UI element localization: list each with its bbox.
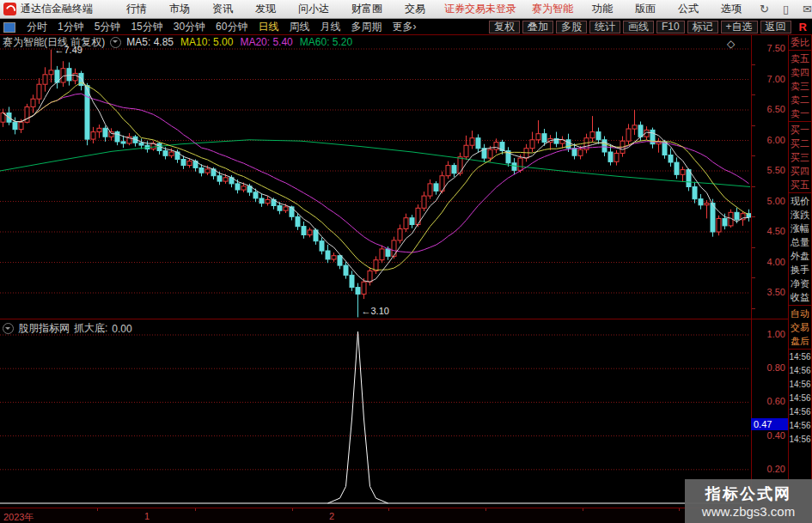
toolbar-button-画线[interactable]: 画线 (623, 21, 654, 33)
sidebar-row-换手: 换手 (789, 263, 811, 277)
sidebar-separator (789, 305, 811, 306)
time-axis-tick (97, 508, 98, 511)
period-tab-月线[interactable]: 月线 (314, 20, 345, 34)
menu-item-行情[interactable]: 行情 (115, 2, 158, 16)
sidebar-row-自动[interactable]: 自动 (789, 307, 811, 320)
toolbar-button-统计[interactable]: 统计 (589, 21, 620, 33)
toolbar-button-F10[interactable]: F10 (656, 21, 685, 33)
more-periods-button[interactable]: 更多› (387, 20, 421, 34)
period-tab-周线[interactable]: 周线 (284, 20, 314, 34)
app-title: 通达信金融终端 (21, 2, 93, 16)
menu-item-财富圈[interactable]: 财富圈 (340, 2, 394, 16)
price-axis-label: 4.50 (751, 226, 785, 236)
price-axis-label: 3.50 (751, 287, 785, 297)
low-marker-label: ←3.10 (362, 306, 389, 316)
right-sidebar: 委比卖五卖四卖三卖二卖一买一买二买三买四买五现价涨跌涨幅总量外盘换手净资收益自动… (788, 35, 812, 523)
indicator-chart (0, 319, 751, 508)
sidebar-row-涨幅: 涨幅 (789, 222, 811, 235)
r-badge[interactable]: R (799, 21, 807, 33)
ma-lines (0, 75, 750, 282)
time-axis: 2023年 12 (0, 508, 789, 523)
price-axis-tick (752, 125, 755, 126)
sidebar-row-盘后[interactable]: 盘后 (789, 334, 811, 348)
sidebar-row-买三: 买三 (789, 150, 811, 164)
sidebar-row-买五: 买五 (789, 178, 811, 192)
sidebar-row-卖一: 卖一 (789, 106, 811, 120)
window-layout-icon[interactable] (3, 22, 15, 33)
toolbar-button-复权[interactable]: 复权 (489, 21, 520, 33)
period-toolbar: 分时1分钟5分钟15分钟30分钟60分钟日线周线月线多周期 更多› 复权叠加多股… (0, 20, 812, 35)
indicator-gridlines (0, 335, 750, 470)
sidebar-row-涨跌: 涨跌 (789, 208, 811, 222)
menu-bar: 通达信金融终端 行情市场资讯发现问小达财富圈交易 证券交易未登录赛为智能 功能版… (0, 0, 812, 19)
indicator-axis-label: 1.00 (751, 329, 785, 339)
time-axis-tick (485, 508, 486, 511)
menu-item-公式[interactable]: 公式 (667, 2, 710, 16)
collapse-chevron-icon[interactable] (110, 37, 121, 48)
period-tab-30分钟[interactable]: 30分钟 (168, 20, 211, 34)
sidebar-row-委比: 委比 (789, 35, 811, 49)
sidebar-separator (789, 50, 811, 51)
indicator-axis-label: 0.40 (751, 430, 785, 441)
sidebar-row-卖五: 卖五 (789, 52, 811, 65)
menu-item-选项[interactable]: 选项 (710, 2, 753, 16)
indicator-chevron-icon[interactable] (3, 323, 14, 334)
period-tab-1分钟[interactable]: 1分钟 (52, 20, 89, 34)
indicator-axis-label: 0.20 (751, 464, 785, 474)
refresh-icon[interactable]: ↻ (753, 3, 776, 15)
menu-item-问小达[interactable]: 问小达 (287, 2, 340, 16)
indicator-value: 0.00 (112, 323, 131, 335)
toolbar-button-多股[interactable]: 多股 (556, 21, 587, 33)
sidebar-row-买四: 买四 (789, 164, 811, 178)
sidebar-row-14:56: 14:56 (789, 405, 811, 419)
sidebar-row-卖四: 卖四 (789, 65, 811, 79)
price-axis-tick (752, 155, 755, 156)
mobile-icon[interactable]: ▯ (776, 3, 796, 15)
mail-icon[interactable]: ✉ (796, 3, 812, 15)
indicator-current-value-tag: 0.47 (751, 418, 788, 430)
sidebar-separator (789, 349, 811, 350)
period-tab-15分钟[interactable]: 15分钟 (125, 20, 168, 34)
diamond-icon[interactable]: ◇ (727, 38, 735, 50)
indicator-name: 抓大底: (74, 321, 107, 336)
chart-title-bar: 赛为智能(日线 前复权) MA5: 4.85MA10: 5.00MA20: 5.… (3, 36, 359, 48)
month-label-2: 2 (329, 511, 334, 521)
toolbar-button-叠加[interactable]: 叠加 (522, 21, 553, 33)
price-axis-tick (752, 186, 755, 187)
main-gridlines (0, 49, 750, 293)
menu-alert[interactable]: 赛为智能 (532, 2, 573, 16)
menu-item-功能[interactable]: 功能 (581, 2, 624, 16)
menu-alerts: 证券交易未登录赛为智能 (437, 2, 581, 16)
period-tab-60分钟[interactable]: 60分钟 (211, 20, 253, 34)
menu-item-交易[interactable]: 交易 (394, 2, 437, 16)
price-axis-label: 6.00 (751, 135, 785, 145)
price-axis-label: 5.50 (751, 165, 785, 175)
price-axis-tick (752, 64, 755, 65)
sidebar-row-买二: 买二 (789, 137, 811, 150)
month-label-1: 1 (144, 511, 150, 521)
sidebar-row-交易[interactable]: 交易 (789, 320, 811, 334)
period-tab-5分钟[interactable]: 5分钟 (89, 20, 126, 34)
candles (1, 50, 751, 318)
price-axis-tick (752, 216, 755, 217)
menu-item-版面[interactable]: 版面 (624, 2, 667, 16)
tdx-terminal: 通达信金融终端 行情市场资讯发现问小达财富圈交易 证券交易未登录赛为智能 功能版… (0, 0, 812, 523)
watermark: 指标公式网 www.zbgs3.com (685, 479, 812, 523)
ma-legend-item: MA60: 5.20 (300, 36, 352, 48)
period-tab-日线[interactable]: 日线 (253, 20, 284, 34)
toolbar-button-+自选[interactable]: +自选 (721, 21, 758, 33)
price-axis-label: 7.50 (751, 43, 785, 53)
sidebar-row-14:56: 14:56 (789, 392, 811, 405)
menu-item-资讯[interactable]: 资讯 (201, 2, 244, 16)
toolbar-button-标记[interactable]: 标记 (687, 21, 718, 33)
menu-item-市场[interactable]: 市场 (158, 2, 201, 16)
axis-border-left (751, 35, 752, 508)
toolbar-button-返回[interactable]: 返回 (760, 21, 791, 33)
period-tab-多周期[interactable]: 多周期 (345, 20, 387, 34)
menu-alert[interactable]: 证券交易未登录 (444, 2, 516, 16)
period-tab-分时[interactable]: 分时 (21, 20, 52, 34)
sidebar-row-14:56: 14:56 (789, 350, 811, 364)
ma-legend-item: MA10: 5.00 (180, 36, 233, 48)
app-logo-icon (3, 3, 16, 15)
menu-item-发现[interactable]: 发现 (244, 2, 287, 16)
